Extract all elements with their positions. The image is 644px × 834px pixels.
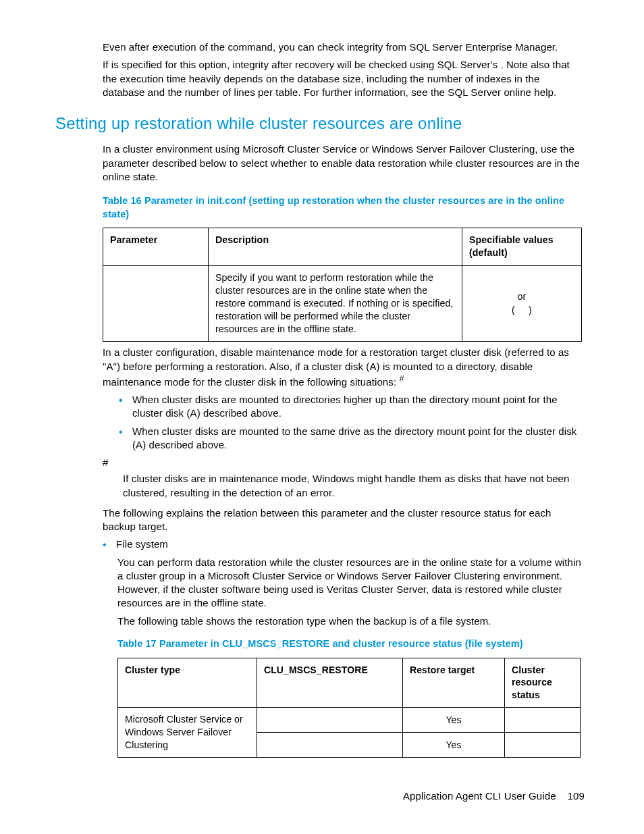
th-parameter: Parameter xyxy=(103,228,209,265)
text: If xyxy=(103,59,111,70)
bullet-list-1: When cluster disks are mounted to direct… xyxy=(119,393,585,452)
th-restore-target: Restore target xyxy=(403,658,505,708)
text: ) xyxy=(529,305,532,315)
th-cluster-type: Cluster type xyxy=(118,658,257,708)
hash-sup: # xyxy=(399,374,404,384)
paragraph-1: Even after execution of the command, you… xyxy=(103,41,585,54)
page-footer: Application Agent CLI User Guide 109 xyxy=(403,789,585,803)
table-17: Cluster type CLU_MSCS_RESTORE Restore ta… xyxy=(117,658,581,758)
text: or xyxy=(518,291,527,302)
td-clu-mscs-restore xyxy=(257,733,403,758)
td-status xyxy=(505,733,581,758)
table-16-caption: Table 16 Parameter in init.conf (setting… xyxy=(103,194,585,221)
table-header-row: Parameter Description Specifiable values… xyxy=(103,228,582,265)
td-description: Specify if you want to perform restorati… xyxy=(209,265,462,342)
section-heading: Setting up restoration while cluster res… xyxy=(55,113,585,134)
td-restore-target: Yes xyxy=(403,708,505,733)
table-header-row: Cluster type CLU_MSCS_RESTORE Restore ta… xyxy=(118,658,581,708)
text: Specify xyxy=(215,272,250,283)
td-parameter xyxy=(103,265,209,342)
td-cluster-type: Microsoft Cluster Service or Windows Ser… xyxy=(118,708,257,758)
filesystem-para-1: You can perform data restoration while t… xyxy=(117,556,585,610)
td-clu-mscs-restore xyxy=(257,708,403,733)
th-cluster-resource-status: Cluster resource status xyxy=(505,658,581,708)
list-item: When cluster disks are mounted to direct… xyxy=(119,393,585,421)
text: Even after execution of the xyxy=(103,41,227,53)
table-row: Specify if you want to perform restorati… xyxy=(103,265,582,342)
footer-title: Application Agent CLI User Guide xyxy=(403,790,556,802)
text: is specified for this option, integrity … xyxy=(111,59,501,70)
paragraph-3: In a cluster environment using Microsoft… xyxy=(103,142,585,184)
table-16: Parameter Description Specifiable values… xyxy=(103,228,582,342)
filesystem-para-2: The following table shows the restoratio… xyxy=(117,615,585,628)
hash-marker: # xyxy=(103,456,585,469)
th-clu-mscs-restore: CLU_MSCS_RESTORE xyxy=(257,658,403,708)
paragraph-5: The following explains the relation betw… xyxy=(103,506,585,534)
td-status xyxy=(505,708,581,733)
list-item: When cluster disks are mounted to the sa… xyxy=(119,425,585,452)
text: In a cluster configuration, disable main… xyxy=(103,346,569,388)
text: ( xyxy=(512,305,515,315)
paragraph-2: If is specified for this option, integri… xyxy=(103,58,585,99)
th-values: Specifiable values (default) xyxy=(462,228,582,265)
td-restore-target: Yes xyxy=(403,733,505,758)
td-values: or ( ) xyxy=(462,265,582,342)
text: command, you can check integrity from SQ… xyxy=(227,41,558,53)
paragraph-4: In a cluster configuration, disable main… xyxy=(103,346,585,389)
th-description: Description xyxy=(209,228,462,265)
table-row: Microsoft Cluster Service or Windows Ser… xyxy=(118,708,581,733)
list-item-filesystem: File system xyxy=(103,538,585,551)
page-number: 109 xyxy=(568,790,585,802)
document-page: Even after execution of the command, you… xyxy=(0,0,644,834)
text: execution time heavily depends on the da… xyxy=(103,73,556,98)
hash-note: If cluster disks are in maintenance mode… xyxy=(123,472,585,500)
list-item-label: File system xyxy=(116,538,168,550)
table-17-caption: Table 17 Parameter in CLU_MSCS_RESTORE a… xyxy=(117,637,585,651)
bullet-list-2: File system xyxy=(103,538,585,551)
